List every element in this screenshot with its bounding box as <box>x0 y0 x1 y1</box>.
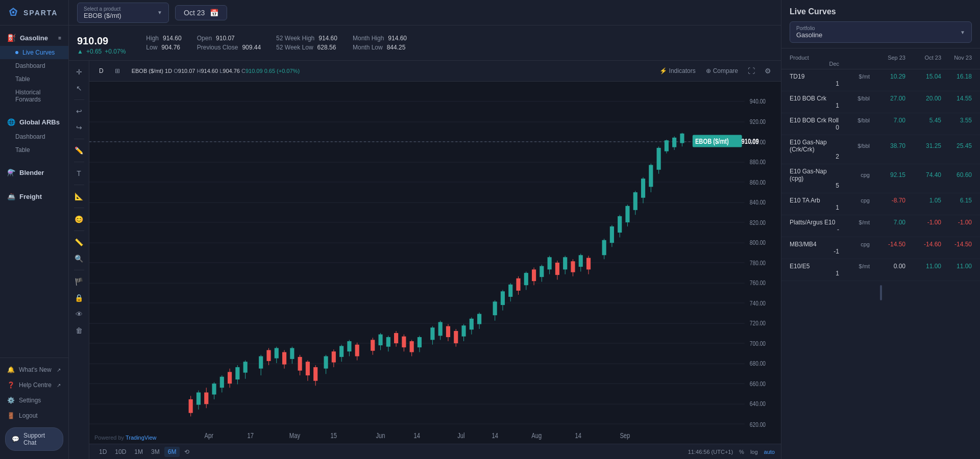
gasoline-group[interactable]: ⛽ Gasoline ≡ <box>0 30 68 46</box>
chart-top-toolbar: D ⊞ EBOB ($/mt) 1D O910.07 H914.60 L904.… <box>89 61 781 82</box>
svg-rect-54 <box>324 356 328 369</box>
svg-text:940.00: 940.00 <box>750 97 766 105</box>
svg-rect-132 <box>657 148 661 170</box>
freight-group[interactable]: 🚢 Freight <box>0 189 68 205</box>
row-sep23-0: 10.29 <box>870 73 905 80</box>
lock-tool[interactable]: 🔒 <box>72 291 86 305</box>
row-product-1: E10 BOB Crk <box>790 95 839 102</box>
auto-toggle[interactable]: auto <box>764 449 775 455</box>
svg-text:720.00: 720.00 <box>750 319 766 327</box>
tf-6m[interactable]: 6M <box>164 447 180 457</box>
svg-text:Apr: Apr <box>205 431 214 440</box>
sidebar-item-table-gasoline[interactable]: Table <box>0 72 68 86</box>
price-stats: High 914.60 Low 904.76 Open 910.07 Previ… <box>146 35 407 51</box>
row-nov23-5: 6.15 <box>941 197 972 204</box>
sidebar-item-dashboard-gasoline[interactable]: Dashboard <box>0 59 68 72</box>
sidebar-item-logout[interactable]: 🚪 Logout <box>0 408 68 423</box>
tradingview-link[interactable]: TradingView <box>126 435 157 441</box>
row-dec-6: - <box>790 226 839 233</box>
svg-text:700.00: 700.00 <box>750 340 766 348</box>
date-button[interactable]: Oct 23 📅 <box>175 5 227 20</box>
curves-row-8[interactable]: E10/E5 $/mt 0.00 11.00 11.00 1 <box>781 259 980 281</box>
tf-10d[interactable]: 10D <box>111 447 130 457</box>
global-arbs-group[interactable]: 🌐 Global ARBs <box>0 114 68 130</box>
indicators-button[interactable]: ⚡ Indicators <box>655 64 700 78</box>
emoji-tool[interactable]: 😊 <box>72 212 86 226</box>
stat-open-label: Open <box>197 35 212 42</box>
tf-reset[interactable]: ⟲ <box>181 447 193 457</box>
percent-toggle[interactable]: % <box>739 449 744 455</box>
row-product-7: MB3/MB4 <box>790 241 839 248</box>
freight-section: 🚢 Freight <box>0 185 68 209</box>
support-chat-button[interactable]: 💬 Support Chat <box>5 427 63 451</box>
sidebar-item-table-arbs[interactable]: Table <box>0 143 68 157</box>
curves-row-4[interactable]: E10 Gas-Nap (cpg) cpg 92.15 74.40 60.60 … <box>781 164 980 193</box>
undo-tool[interactable]: ↩ <box>72 104 86 118</box>
col-nov23: Nov 23 <box>941 55 972 61</box>
curves-row-5[interactable]: E10 TA Arb cpg -8.70 1.05 6.15 1 <box>781 193 980 215</box>
toolbar-separator-3 <box>74 162 84 162</box>
global-arbs-icon: 🌐 <box>7 118 15 126</box>
portfolio-select[interactable]: Portfolio Gasoline ▼ <box>790 21 972 43</box>
tf-1d[interactable]: 1D <box>95 447 110 457</box>
table-gasoline-label: Table <box>15 75 30 83</box>
svg-text:EBOB ($/mt): EBOB ($/mt) <box>695 137 729 145</box>
settings-label: Settings <box>19 397 41 404</box>
svg-text:840.00: 840.00 <box>750 198 766 207</box>
product-select[interactable]: Select a product EBOB ($/mt) ▼ <box>77 3 169 23</box>
curves-row-6[interactable]: Platts/Argus E10 $/mt 7.00 -1.00 -1.00 - <box>781 215 980 237</box>
measure-tool[interactable]: 📐 <box>72 189 86 203</box>
col-unit <box>839 55 870 61</box>
compare-button[interactable]: ⊕ Compare <box>702 64 742 78</box>
tf-1m[interactable]: 1M <box>131 447 146 457</box>
ruler-tool[interactable]: 📏 <box>72 235 86 249</box>
tradingview-label: TradingView <box>126 435 157 441</box>
svg-rect-64 <box>371 340 375 350</box>
row-unit-5: cpg <box>839 197 870 203</box>
curves-row-3[interactable]: E10 Gas-Nap (Crk/Crk) $/bbl 38.70 31.25 … <box>781 135 980 164</box>
text-tool[interactable]: T <box>72 166 86 181</box>
svg-rect-62 <box>355 345 359 356</box>
stats-group-3: 52 Week High 914.60 52 Week Low 628.56 <box>276 35 337 51</box>
eye-tool[interactable]: 👁 <box>72 307 86 321</box>
sidebar-item-help-centre[interactable]: ❓ Help Centre ↗ <box>0 377 68 393</box>
timeframe-bar-type[interactable]: ⊞ <box>111 66 124 76</box>
sidebar-item-live-curves[interactable]: Live Curves <box>0 46 68 59</box>
sidebar-item-dashboard-arbs[interactable]: Dashboard <box>0 130 68 143</box>
curves-row-7[interactable]: MB3/MB4 cpg -14.50 -14.60 -14.50 -1 <box>781 237 980 259</box>
svg-text:860.00: 860.00 <box>750 178 766 187</box>
trash-tool[interactable]: 🗑 <box>72 323 86 338</box>
log-toggle[interactable]: log <box>750 449 758 455</box>
sidebar-item-whats-new[interactable]: 🔔 What's New ↗ <box>0 362 68 377</box>
scrollbar[interactable] <box>880 285 882 300</box>
curves-row-0[interactable]: TD19 $/mt 10.29 15.04 16.18 1 <box>781 69 980 91</box>
chart-area[interactable]: Apr 17 May 15 Jun 14 Jul 14 Aug 14 Sep 9… <box>89 82 781 444</box>
indicators-label: Indicators <box>669 67 696 74</box>
redo-tool[interactable]: ↪ <box>72 120 86 135</box>
timeframe-group: 1D 10D 1M 3M 6M ⟲ <box>95 447 193 457</box>
right-panel-header: Live Curves Portfolio Gasoline ▼ <box>781 0 980 48</box>
flag-tool[interactable]: 🏴 <box>72 274 86 289</box>
cursor-tool[interactable]: ↖ <box>72 81 86 95</box>
timeframe-1d[interactable]: D <box>95 66 107 76</box>
curves-row-1[interactable]: E10 BOB Crk $/bbl 27.00 20.00 14.55 1 <box>781 91 980 113</box>
sparta-logo-icon <box>7 7 19 19</box>
curves-row-2[interactable]: E10 BOB Crk Roll $/bbl 7.00 5.45 3.55 0 <box>781 113 980 135</box>
price-main: 910 <box>77 35 94 46</box>
fullscreen-button[interactable]: ⛶ <box>744 64 758 78</box>
blender-group[interactable]: ⚗️ Blender <box>0 165 68 181</box>
toolbar-separator-4 <box>74 185 84 185</box>
zoom-tool[interactable]: 🔍 <box>72 251 86 266</box>
sidebar-item-settings[interactable]: ⚙️ Settings <box>0 393 68 408</box>
pencil-tool[interactable]: ✏️ <box>72 143 86 158</box>
svg-text:780.00: 780.00 <box>750 259 766 267</box>
chart-l: 904.76 <box>223 68 240 74</box>
svg-rect-106 <box>548 257 552 269</box>
price-arrow: ▲ <box>77 48 83 55</box>
tf-3m[interactable]: 3M <box>148 447 163 457</box>
svg-rect-128 <box>641 178 645 198</box>
crosshair-tool[interactable]: ✛ <box>72 65 86 79</box>
sidebar-item-historical-forwards[interactable]: Historical Forwards <box>0 86 68 106</box>
settings-chart-button[interactable]: ⚙ <box>761 64 775 78</box>
row-sep23-5: -8.70 <box>870 197 905 204</box>
